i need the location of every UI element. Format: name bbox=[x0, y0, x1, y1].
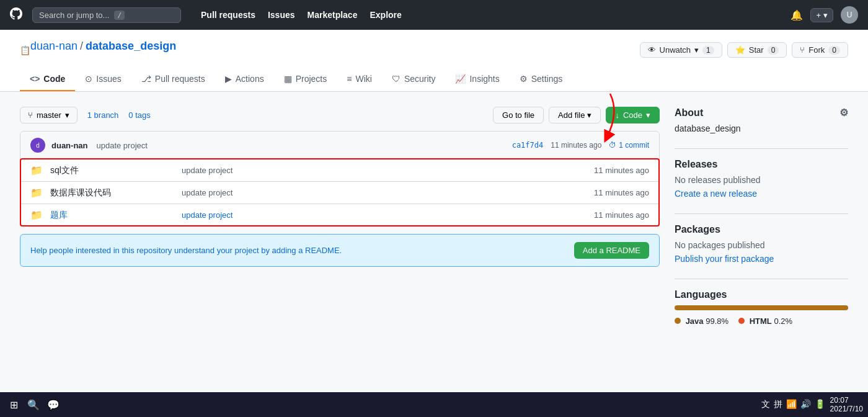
about-title: About ⚙ bbox=[675, 107, 848, 119]
file-commit-msg: update project bbox=[182, 166, 587, 175]
html-bar bbox=[848, 305, 848, 310]
languages-list: Java 99.8% HTML 0.2% bbox=[675, 316, 848, 326]
code-button[interactable]: ↓ Code ▾ bbox=[606, 107, 660, 123]
file-name[interactable]: 题库 bbox=[50, 210, 174, 221]
fork-icon: ⑂ bbox=[800, 45, 805, 55]
tab-code[interactable]: <> Code bbox=[20, 68, 75, 91]
code-label: Code bbox=[623, 110, 642, 120]
branch-count-link[interactable]: 1 branch bbox=[87, 110, 119, 120]
tab-settings[interactable]: ⚙ Settings bbox=[510, 68, 573, 91]
notification-bell-icon[interactable]: 🔔 bbox=[790, 9, 803, 21]
languages-bar bbox=[675, 305, 848, 310]
tab-pull-requests[interactable]: ⎇ Pull requests bbox=[131, 68, 215, 91]
sidebar-divider-3 bbox=[675, 279, 848, 279]
commit-count: 1 commit bbox=[619, 141, 649, 150]
add-file-button[interactable]: Add file ▾ bbox=[549, 107, 601, 123]
tab-actions[interactable]: ▶ Actions bbox=[215, 68, 274, 91]
commit-hash[interactable]: ca1f7d4 bbox=[512, 141, 544, 150]
nav-issues[interactable]: Issues bbox=[263, 7, 300, 22]
commit-meta: ca1f7d4 11 minutes ago ⏱ 1 commit bbox=[512, 141, 649, 150]
unwatch-button[interactable]: 👁 Unwatch ▾ 1 bbox=[640, 42, 722, 58]
search-box[interactable]: Search or jump to... / bbox=[32, 7, 181, 23]
watch-count: 1 bbox=[702, 46, 714, 55]
add-file-dropdown-icon: ▾ bbox=[587, 110, 591, 120]
breadcrumb-separator: / bbox=[80, 40, 83, 53]
table-row: 📁 数据库课设代码 update project 11 minutes ago bbox=[20, 182, 659, 204]
history-icon: ⏱ bbox=[609, 141, 616, 150]
publish-package-link[interactable]: Publish your first package bbox=[675, 254, 774, 264]
repo-icon: 📋 bbox=[20, 45, 30, 55]
file-link[interactable]: 题库 bbox=[50, 210, 68, 220]
branch-name: master bbox=[37, 110, 61, 120]
commit-author[interactable]: duan-nan bbox=[51, 141, 88, 150]
files-wrapper: d duan-nan update project ca1f7d4 11 min… bbox=[20, 131, 660, 226]
star-label: Star bbox=[749, 45, 764, 55]
fork-button[interactable]: ⑂ Fork 0 bbox=[792, 42, 848, 58]
tab-issues[interactable]: ⊙ Issues bbox=[75, 68, 131, 91]
releases-label: Releases bbox=[675, 159, 717, 170]
commit-link-inline[interactable]: update project bbox=[182, 210, 232, 220]
commit-time: 11 minutes ago bbox=[551, 141, 601, 150]
star-button[interactable]: ⭐ Star 0 bbox=[727, 42, 787, 58]
add-readme-button[interactable]: Add a README bbox=[574, 242, 649, 259]
no-releases-text: No releases published bbox=[675, 175, 848, 185]
settings-gear-icon[interactable]: ⚙ bbox=[839, 107, 848, 119]
plus-label: + bbox=[816, 11, 821, 20]
file-time: 11 minutes ago bbox=[594, 166, 649, 175]
file-time: 11 minutes ago bbox=[594, 188, 649, 197]
unwatch-label: Unwatch bbox=[660, 45, 691, 55]
create-new-button[interactable]: + ▾ bbox=[810, 8, 833, 22]
nav-pull-requests[interactable]: Pull requests bbox=[196, 7, 260, 22]
readme-notice-text: Help people interested in this repositor… bbox=[30, 246, 342, 255]
java-bar bbox=[675, 305, 848, 310]
about-section: About ⚙ database_design bbox=[675, 107, 848, 133]
nav-links: Pull requests Issues Marketplace Explore bbox=[196, 7, 407, 22]
sidebar-divider-1 bbox=[675, 148, 848, 149]
packages-title: Packages bbox=[675, 224, 848, 235]
html-percent: 0.2% bbox=[774, 316, 792, 326]
file-time: 11 minutes ago bbox=[594, 210, 649, 220]
file-name[interactable]: 数据库课设代码 bbox=[50, 187, 174, 199]
branch-selector[interactable]: ⑂ master ▾ bbox=[20, 107, 78, 123]
java-dot bbox=[675, 318, 681, 324]
owner-link[interactable]: duan-nan bbox=[30, 40, 78, 53]
breadcrumb: duan-nan / database_design bbox=[30, 40, 176, 53]
tab-security[interactable]: 🛡 Security bbox=[382, 68, 446, 91]
languages-label: Languages bbox=[675, 289, 727, 300]
top-navigation: Search or jump to... / Pull requests Iss… bbox=[0, 0, 868, 30]
fork-label: Fork bbox=[808, 45, 825, 55]
file-name[interactable]: sql文件 bbox=[50, 165, 174, 176]
star-icon: ⭐ bbox=[735, 45, 745, 55]
nav-marketplace[interactable]: Marketplace bbox=[303, 7, 363, 22]
github-logo[interactable] bbox=[10, 7, 22, 23]
commit-history-link[interactable]: ⏱ 1 commit bbox=[609, 141, 649, 150]
releases-title: Releases bbox=[675, 159, 848, 170]
html-name: HTML bbox=[750, 316, 772, 326]
java-name: Java bbox=[686, 316, 704, 326]
tag-count-link[interactable]: 0 tags bbox=[128, 110, 150, 120]
languages-section: Languages Java 99.8% HTML 0.2% bbox=[675, 289, 848, 326]
create-release-link[interactable]: Create a new release bbox=[675, 189, 757, 199]
tab-wiki[interactable]: ≡ Wiki bbox=[337, 68, 382, 91]
branch-bar-right: Go to file Add file ▾ ↓ Code ▾ bbox=[493, 107, 660, 123]
repo-description: database_design bbox=[675, 123, 848, 133]
avatar[interactable]: U bbox=[841, 6, 858, 24]
nav-explore[interactable]: Explore bbox=[365, 7, 406, 22]
html-lang-item: HTML 0.2% bbox=[738, 316, 792, 326]
tab-insights[interactable]: 📈 Insights bbox=[445, 68, 509, 91]
star-count: 0 bbox=[768, 46, 779, 55]
download-icon: ↓ bbox=[615, 110, 619, 120]
html-dot bbox=[738, 318, 745, 324]
file-commit-msg: update project bbox=[182, 188, 587, 197]
go-to-file-button[interactable]: Go to file bbox=[493, 107, 544, 123]
repo-main-panel: ⑂ master ▾ 1 branch 0 tags Go to file Ad… bbox=[20, 107, 660, 341]
folder-icon: 📁 bbox=[30, 187, 43, 199]
branch-bar: ⑂ master ▾ 1 branch 0 tags Go to file Ad… bbox=[20, 107, 660, 123]
tab-projects[interactable]: ▦ Projects bbox=[274, 68, 337, 91]
repo-name-link[interactable]: database_design bbox=[86, 40, 176, 53]
commit-message: update project bbox=[97, 141, 148, 150]
sidebar-divider-2 bbox=[675, 213, 848, 214]
commit-avatar: d bbox=[30, 138, 45, 153]
repo-title-row: 📋 duan-nan / database_design 👁 Unwatch ▾… bbox=[20, 40, 848, 60]
fork-count: 0 bbox=[828, 46, 840, 55]
